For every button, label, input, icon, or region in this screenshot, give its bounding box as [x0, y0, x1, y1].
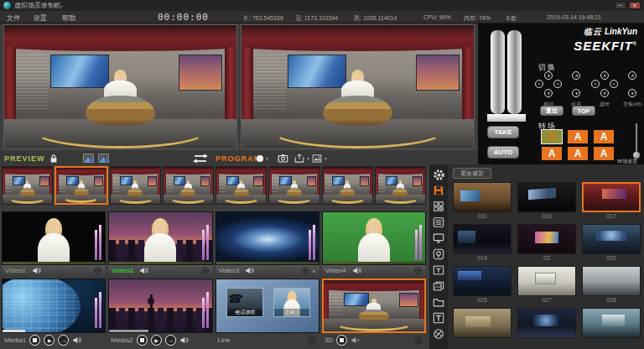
camera-angle-4[interactable] — [163, 166, 214, 205]
snapshot-camera-icon[interactable] — [278, 151, 288, 165]
scene-011[interactable]: 011 — [453, 182, 512, 221]
transition-tile-a5[interactable]: A — [594, 147, 614, 160]
scene-016[interactable]: 016 — [517, 182, 576, 221]
scene-02[interactable]: 02 — [517, 224, 576, 263]
move-up-button[interactable]: ∧ — [544, 71, 553, 80]
folder-icon[interactable] — [432, 295, 445, 309]
video2-thumbnail[interactable] — [108, 211, 212, 265]
tbar-base[interactable] — [487, 114, 526, 122]
tbar-handle[interactable] — [491, 30, 505, 114]
back-button[interactable]: ∨ — [572, 89, 580, 97]
scene-019[interactable]: 019 — [453, 224, 512, 263]
top-button[interactable]: TOP — [572, 106, 595, 116]
text-icon[interactable] — [432, 311, 445, 325]
speaker-muted-icon[interactable] — [351, 336, 360, 345]
video1-thumbnail[interactable] — [2, 211, 106, 265]
speaker-icon[interactable] — [72, 336, 81, 345]
speaker-icon[interactable] — [32, 266, 41, 275]
subtitle-icon[interactable] — [432, 263, 445, 277]
phone-call-option[interactable]: ☎ 电话连线 — [226, 288, 263, 317]
scene-020[interactable]: 020 — [582, 224, 641, 263]
stop-button[interactable] — [336, 335, 347, 346]
camera-angle-5[interactable] — [216, 166, 267, 205]
transition-image-icon-2[interactable] — [98, 151, 109, 165]
lock-icon[interactable] — [49, 151, 59, 165]
camera-angle-2-selected[interactable] — [55, 166, 107, 205]
speaker-icon[interactable] — [245, 266, 254, 275]
menu-file[interactable]: 文件 — [7, 13, 20, 23]
transition-tile-a1[interactable]: A — [568, 130, 588, 143]
move-left-button[interactable]: < — [535, 80, 543, 88]
rotate-right-button[interactable]: > — [610, 80, 618, 88]
close-button[interactable]: ✕ — [629, 2, 641, 9]
swap-preview-program-icon[interactable] — [191, 151, 210, 165]
play-button[interactable]: ▶ — [151, 335, 162, 346]
transition-tile-a3[interactable]: A — [542, 147, 562, 160]
stop-button[interactable] — [29, 335, 40, 346]
add-scene-grid-icon[interactable] — [432, 200, 445, 213]
menu-settings[interactable]: 设置 — [34, 13, 47, 23]
settings-icon[interactable] — [432, 168, 445, 181]
gear-icon[interactable] — [413, 266, 423, 275]
transition-tile-b[interactable]: B — [542, 130, 562, 143]
media1-thumbnail[interactable] — [2, 279, 106, 333]
scene-028[interactable]: 028 — [582, 266, 641, 305]
minimize-button[interactable]: ─ — [615, 2, 626, 9]
threed-thumbnail[interactable] — [322, 279, 426, 333]
gear-icon[interactable] — [300, 266, 309, 275]
take-button[interactable]: TAKE — [487, 126, 519, 138]
scene-partial-2[interactable] — [517, 308, 576, 338]
picture-output-icon[interactable]: ▼ — [312, 151, 328, 165]
camera-angle-8[interactable] — [375, 166, 426, 205]
speaker-icon[interactable] — [179, 336, 189, 345]
rotate-down-button[interactable]: ∨ — [600, 89, 609, 97]
tbar-handle[interactable] — [507, 30, 522, 114]
reset-button[interactable]: 复位 — [540, 106, 564, 116]
speaker-icon[interactable] — [352, 266, 361, 275]
move-down-button[interactable]: ∨ — [544, 89, 553, 97]
speaker-icon[interactable] — [139, 266, 148, 275]
gear-icon[interactable] — [93, 266, 102, 275]
rotate-left-button[interactable]: < — [591, 80, 600, 88]
next-button[interactable]: → — [165, 335, 176, 346]
stop-button[interactable] — [137, 335, 148, 346]
forward-button[interactable]: ∧ — [572, 71, 580, 80]
transition-speed-slider[interactable] — [632, 123, 641, 162]
zoom-out-button[interactable]: ∨ — [628, 89, 636, 97]
list-icon[interactable] — [432, 216, 445, 229]
auto-button[interactable]: AUTO — [487, 146, 519, 159]
gear-icon[interactable] — [200, 266, 210, 275]
scene-027[interactable]: 027 — [517, 266, 576, 305]
film-icon[interactable] — [432, 327, 445, 341]
change-scene-button[interactable]: 更改背景 — [453, 168, 491, 179]
camera-angle-3[interactable] — [110, 166, 161, 205]
host-option[interactable]: 主持人 — [273, 288, 310, 317]
move-right-button[interactable]: > — [553, 80, 562, 88]
play-button[interactable]: ▶ — [44, 335, 55, 346]
camera-angle-6[interactable] — [268, 166, 319, 205]
image-layers-icon[interactable] — [432, 279, 445, 293]
camera-angle-7[interactable] — [322, 166, 373, 205]
light-icon[interactable] — [432, 247, 445, 261]
video3-thumbnail[interactable] — [216, 211, 319, 265]
menu-help[interactable]: 帮助 — [62, 13, 75, 23]
video4-thumbnail[interactable] — [322, 211, 426, 265]
save-icon[interactable] — [432, 184, 445, 197]
monitor-icon[interactable] — [432, 232, 445, 245]
line-thumbnail[interactable]: ☎ 电话连线 主持人 — [216, 279, 319, 333]
transition-tile-a4[interactable]: A — [568, 147, 588, 160]
gear-icon[interactable] — [307, 336, 317, 346]
media2-thumbnail[interactable] — [108, 279, 212, 333]
scene-partial-1[interactable] — [453, 308, 512, 338]
scene-025[interactable]: 025 — [453, 266, 512, 305]
scene-017-selected[interactable]: 017 — [582, 182, 641, 221]
zoom-in-button[interactable]: ∧ — [628, 71, 636, 80]
gear-icon[interactable] — [413, 336, 423, 346]
rotate-up-button[interactable]: ∧ — [600, 71, 609, 80]
next-button[interactable]: → — [58, 335, 69, 346]
export-icon[interactable]: ▼ — [294, 151, 310, 165]
transition-tile-a2[interactable]: A — [594, 130, 614, 143]
record-button[interactable]: ▼ — [257, 151, 269, 165]
scene-partial-3[interactable] — [582, 308, 641, 338]
transition-image-icon-1[interactable] — [83, 151, 94, 165]
